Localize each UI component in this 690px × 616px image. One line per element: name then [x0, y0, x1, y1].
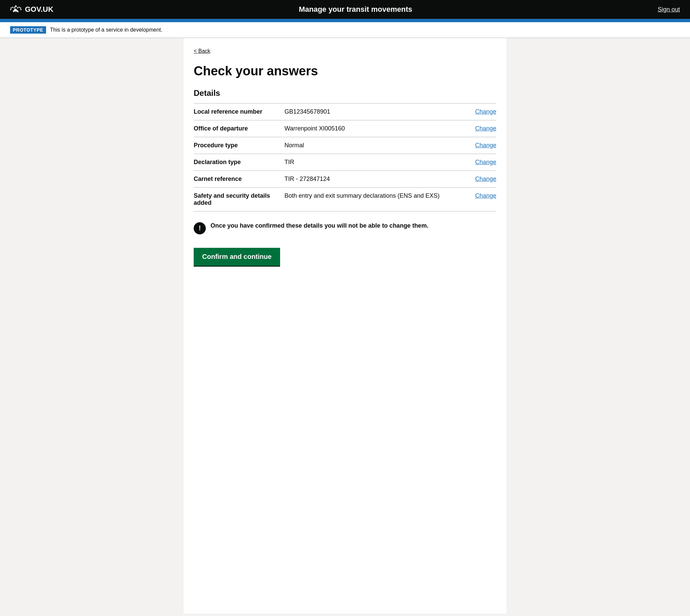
row-value: Normal [285, 137, 451, 154]
row-value: Warrenpoint XI005160 [285, 120, 451, 137]
change-link[interactable]: Change [475, 192, 496, 199]
warning-icon: ! [194, 222, 206, 234]
table-row: Office of departure Warrenpoint XI005160… [194, 120, 496, 137]
prototype-message: This is a prototype of a service in deve… [50, 27, 162, 33]
row-action[interactable]: Change [451, 171, 496, 187]
confirm-continue-button[interactable]: Confirm and continue [194, 248, 280, 266]
gov-uk-logo[interactable]: GOV.UK [10, 5, 53, 14]
row-label: Safety and security details added [194, 187, 285, 211]
prototype-tag: PROTOTYPE [10, 26, 46, 34]
signout-button[interactable]: Sign out [658, 6, 680, 13]
blue-bar [0, 19, 690, 22]
back-link[interactable]: Back [194, 48, 210, 54]
row-value: GB12345678901 [285, 103, 451, 120]
change-link[interactable]: Change [475, 176, 496, 182]
row-action[interactable]: Change [451, 187, 496, 211]
row-label: Local reference number [194, 103, 285, 120]
change-link[interactable]: Change [475, 159, 496, 166]
table-row: Safety and security details added Both e… [194, 187, 496, 211]
row-value: TIR - 272847124 [285, 171, 451, 187]
table-row: Local reference number GB12345678901 Cha… [194, 103, 496, 120]
main-content: Back Check your answers Details Local re… [184, 38, 506, 614]
row-value: TIR [285, 154, 451, 171]
row-label: Office of departure [194, 120, 285, 137]
change-link[interactable]: Change [475, 108, 496, 115]
prototype-banner: PROTOTYPE This is a prototype of a servi… [0, 22, 690, 38]
summary-table: Local reference number GB12345678901 Cha… [194, 103, 496, 212]
change-link[interactable]: Change [475, 142, 496, 149]
warning-text: Once you have confirmed these details yo… [210, 222, 428, 230]
row-label: Carnet reference [194, 171, 285, 187]
logo-text: GOV.UK [25, 5, 53, 14]
row-action[interactable]: Change [451, 103, 496, 120]
table-row: Declaration type TIR Change [194, 154, 496, 171]
crown-icon [10, 5, 22, 14]
change-link[interactable]: Change [475, 125, 496, 132]
site-header: GOV.UK Manage your transit movements Sig… [0, 0, 690, 19]
table-row: Procedure type Normal Change [194, 137, 496, 154]
page-title: Check your answers [194, 64, 496, 78]
row-label: Procedure type [194, 137, 285, 154]
row-action[interactable]: Change [451, 154, 496, 171]
row-action[interactable]: Change [451, 137, 496, 154]
table-row: Carnet reference TIR - 272847124 Change [194, 171, 496, 187]
row-action[interactable]: Change [451, 120, 496, 137]
service-title: Manage your transit movements [53, 5, 658, 14]
row-value: Both entry and exit summary declarations… [285, 187, 451, 211]
section-title: Details [194, 88, 496, 98]
row-label: Declaration type [194, 154, 285, 171]
warning-box: ! Once you have confirmed these details … [194, 222, 496, 234]
